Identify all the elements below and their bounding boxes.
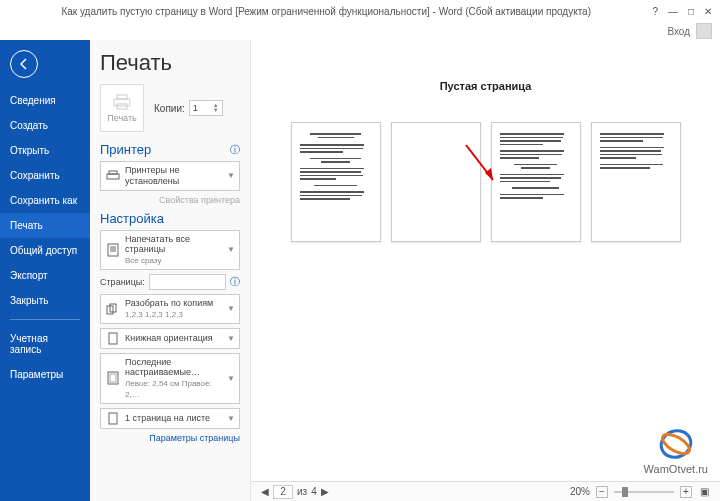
- margins-selector[interactable]: Последние настраиваемые…Левое: 2,54 см П…: [100, 353, 240, 404]
- copies-spinner[interactable]: 1 ▲▼: [189, 100, 223, 116]
- window-controls: ? — □ ✕: [652, 6, 720, 17]
- avatar[interactable]: [696, 23, 712, 39]
- sidebar-item-saveas[interactable]: Сохранить как: [0, 188, 90, 213]
- titlebar: Как удалить пустую страницу в Word [Режи…: [0, 0, 720, 22]
- printer-info-icon[interactable]: ⓘ: [230, 143, 240, 157]
- annotation-label: Пустая страница: [251, 80, 720, 92]
- maximize-button[interactable]: □: [688, 6, 694, 17]
- next-page-button[interactable]: ▶: [321, 486, 329, 497]
- zoom-in-button[interactable]: +: [680, 486, 692, 498]
- zoom-value: 20%: [570, 486, 590, 497]
- orientation-selector[interactable]: Книжная ориентация ▼: [100, 328, 240, 349]
- printer-icon: [105, 170, 121, 182]
- svg-rect-13: [110, 374, 116, 382]
- backstage-sidebar: Сведения Создать Открыть Сохранить Сохра…: [0, 40, 90, 501]
- print-settings-pane: Печать Печать Копии: 1 ▲▼ Принтерⓘ Принт…: [90, 40, 250, 501]
- prev-page-button[interactable]: ◀: [261, 486, 269, 497]
- chevron-down-icon: ▼: [227, 374, 235, 383]
- sidebar-item-account[interactable]: Учетная запись: [0, 326, 90, 362]
- pages-input[interactable]: [149, 274, 226, 290]
- pages-info-icon[interactable]: ⓘ: [230, 275, 240, 289]
- sidebar-item-new[interactable]: Создать: [0, 113, 90, 138]
- svg-rect-4: [109, 171, 117, 174]
- back-button[interactable]: [10, 50, 38, 78]
- zoom-fit-button[interactable]: ▣: [698, 486, 710, 498]
- printer-heading: Принтер: [100, 142, 151, 157]
- svg-rect-5: [108, 244, 118, 256]
- close-button[interactable]: ✕: [704, 6, 712, 17]
- print-preview-pane: Пустая страница: [250, 40, 720, 501]
- printer-properties-link: Свойства принтера: [100, 195, 240, 205]
- margins-icon: [105, 371, 121, 385]
- sidebar-item-export[interactable]: Экспорт: [0, 263, 90, 288]
- svg-rect-3: [107, 174, 119, 179]
- collate-selector[interactable]: Разобрать по копиям1,2,3 1,2,3 1,2,3 ▼: [100, 294, 240, 324]
- pages-per-sheet-selector[interactable]: 1 страница на листе ▼: [100, 408, 240, 429]
- document-icon: [105, 243, 121, 257]
- zoom-slider[interactable]: [614, 491, 674, 493]
- sidebar-item-print[interactable]: Печать: [0, 213, 90, 238]
- zoom-out-button[interactable]: −: [596, 486, 608, 498]
- sidebar-item-open[interactable]: Открыть: [0, 138, 90, 163]
- chevron-down-icon: ▼: [227, 414, 235, 423]
- watermark-logo: WamOtvet.ru: [644, 427, 708, 475]
- printer-selector[interactable]: Принтеры не установлены ▼: [100, 161, 240, 191]
- window-title: Как удалить пустую страницу в Word [Режи…: [0, 6, 652, 17]
- minimize-button[interactable]: —: [668, 6, 678, 17]
- page-setup-link[interactable]: Параметры страницы: [100, 433, 240, 443]
- preview-page-1[interactable]: [291, 122, 381, 242]
- help-button[interactable]: ?: [652, 6, 658, 17]
- settings-heading: Настройка: [100, 211, 164, 226]
- login-link[interactable]: Вход: [667, 26, 690, 37]
- sidebar-item-info[interactable]: Сведения: [0, 88, 90, 113]
- print-button[interactable]: Печать: [100, 84, 144, 132]
- total-pages: 4: [311, 486, 317, 497]
- preview-page-3[interactable]: [491, 122, 581, 242]
- preview-page-4[interactable]: [591, 122, 681, 242]
- page-title: Печать: [100, 50, 240, 76]
- chevron-down-icon: ▼: [227, 171, 235, 180]
- svg-rect-1: [117, 95, 127, 99]
- preview-statusbar: ◀ 2 из 4 ▶ 20% − + ▣: [251, 481, 720, 501]
- sidebar-item-options[interactable]: Параметры: [0, 362, 90, 387]
- printer-icon: [112, 94, 132, 110]
- pages-label: Страницы:: [100, 277, 145, 287]
- copies-label: Копии:: [154, 103, 185, 114]
- portrait-icon: [105, 332, 121, 345]
- svg-rect-0: [114, 99, 130, 106]
- chevron-down-icon: ▼: [227, 245, 235, 254]
- sidebar-item-save[interactable]: Сохранить: [0, 163, 90, 188]
- sidebar-item-share[interactable]: Общий доступ: [0, 238, 90, 263]
- svg-rect-14: [109, 413, 117, 424]
- print-scope-selector[interactable]: Напечатать все страницыВсе сразу ▼: [100, 230, 240, 270]
- login-row: Вход: [0, 22, 720, 40]
- annotation-arrow: [461, 140, 501, 190]
- chevron-down-icon: ▼: [227, 334, 235, 343]
- svg-point-17: [657, 427, 694, 461]
- collate-icon: [105, 303, 121, 315]
- page-icon: [105, 412, 121, 425]
- sidebar-item-close[interactable]: Закрыть: [0, 288, 90, 313]
- svg-rect-11: [109, 333, 117, 344]
- current-page-input[interactable]: 2: [273, 485, 293, 499]
- chevron-down-icon: ▼: [227, 304, 235, 313]
